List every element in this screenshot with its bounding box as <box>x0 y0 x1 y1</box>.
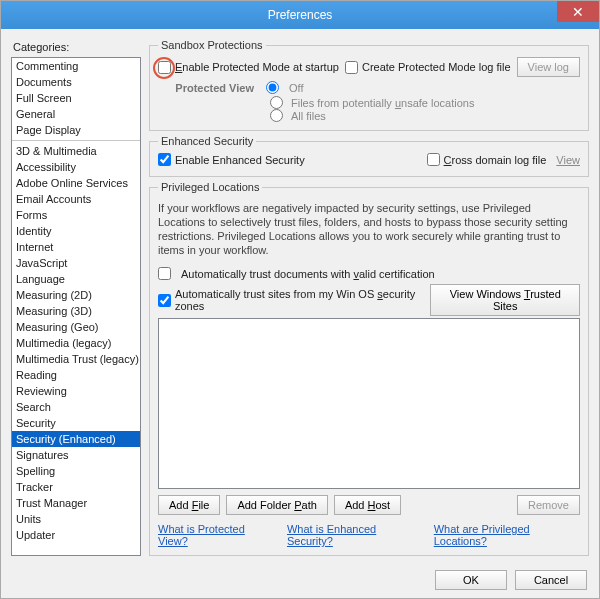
categories-listbox[interactable]: CommentingDocumentsFull ScreenGeneralPag… <box>11 57 141 556</box>
cross-log-label: Cross domain log file <box>444 154 547 166</box>
close-button[interactable]: ✕ <box>557 1 599 22</box>
locations-listbox[interactable] <box>158 318 580 489</box>
link-privileged-locations[interactable]: What are Privileged Locations? <box>434 523 580 547</box>
link-enhanced-security[interactable]: What is Enhanced Security? <box>287 523 420 547</box>
ok-button[interactable]: OK <box>435 570 507 590</box>
cross-log-checkbox[interactable] <box>427 153 440 166</box>
category-item[interactable]: General <box>12 106 140 122</box>
category-item[interactable]: Accessibility <box>12 159 140 175</box>
trust-valid-label: Automatically trust documents with valid… <box>181 268 435 280</box>
category-item[interactable]: 3D & Multimedia <box>12 143 140 159</box>
category-item[interactable]: Reading <box>12 367 140 383</box>
category-item[interactable]: Multimedia Trust (legacy) <box>12 351 140 367</box>
category-item[interactable]: Measuring (2D) <box>12 287 140 303</box>
view-log-button[interactable]: View log <box>517 57 580 77</box>
enable-protected-checkbox[interactable] <box>158 61 171 74</box>
view-link[interactable]: View <box>556 154 580 166</box>
category-item[interactable]: Adobe Online Services <box>12 175 140 191</box>
pv-unsafe-radio[interactable] <box>270 96 283 109</box>
category-item[interactable]: Multimedia (legacy) <box>12 335 140 351</box>
category-item[interactable]: Identity <box>12 223 140 239</box>
view-trusted-button[interactable]: View Windows Trusted Sites <box>430 284 580 316</box>
sandbox-group: Sandbox Protections Enable Protected Mod… <box>149 39 589 131</box>
protected-view-label: Protected View <box>158 82 254 94</box>
pv-all-label: All files <box>291 110 326 122</box>
category-item[interactable]: Search <box>12 399 140 415</box>
category-item[interactable]: Full Screen <box>12 90 140 106</box>
sandbox-legend: Sandbox Protections <box>158 39 266 51</box>
pv-all-radio[interactable] <box>270 109 283 122</box>
category-separator <box>12 140 140 141</box>
dialog-buttons: OK Cancel <box>1 562 599 598</box>
category-item[interactable]: Security (Enhanced) <box>12 431 140 447</box>
category-item[interactable]: Signatures <box>12 447 140 463</box>
cancel-button[interactable]: Cancel <box>515 570 587 590</box>
link-protected-view[interactable]: What is Protected View? <box>158 523 273 547</box>
remove-button[interactable]: Remove <box>517 495 580 515</box>
category-item[interactable]: Updater <box>12 527 140 543</box>
trust-os-checkbox[interactable] <box>158 294 171 307</box>
enable-enhanced-checkbox[interactable] <box>158 153 171 166</box>
category-item[interactable]: Measuring (Geo) <box>12 319 140 335</box>
enhanced-legend: Enhanced Security <box>158 135 256 147</box>
category-item[interactable]: Reviewing <box>12 383 140 399</box>
create-log-label: Create Protected Mode log file <box>362 61 511 73</box>
add-file-button[interactable]: Add File <box>158 495 220 515</box>
privileged-desc: If your workflows are negatively impacte… <box>158 201 580 257</box>
category-item[interactable]: Page Display <box>12 122 140 138</box>
category-item[interactable]: Email Accounts <box>12 191 140 207</box>
add-folder-button[interactable]: Add Folder Path <box>226 495 328 515</box>
category-item[interactable]: Forms <box>12 207 140 223</box>
trust-valid-checkbox[interactable] <box>158 267 171 280</box>
enable-enhanced-label: Enable Enhanced Security <box>175 154 305 166</box>
pv-unsafe-label: Files from potentially unsafe locations <box>291 97 474 109</box>
privileged-group: Privileged Locations If your workflows a… <box>149 181 589 556</box>
category-item[interactable]: Language <box>12 271 140 287</box>
category-item[interactable]: Spelling <box>12 463 140 479</box>
trust-os-label: Automatically trust sites from my Win OS… <box>175 288 424 312</box>
category-item[interactable]: Measuring (3D) <box>12 303 140 319</box>
add-host-button[interactable]: Add Host <box>334 495 401 515</box>
privileged-legend: Privileged Locations <box>158 181 262 193</box>
category-item[interactable]: Documents <box>12 74 140 90</box>
window-title: Preferences <box>1 8 599 22</box>
category-item[interactable]: Internet <box>12 239 140 255</box>
category-item[interactable]: Tracker <box>12 479 140 495</box>
enable-protected-label: Enable Protected Mode at startup <box>175 61 339 73</box>
category-item[interactable]: Trust Manager <box>12 495 140 511</box>
category-item[interactable]: Security <box>12 415 140 431</box>
pv-off-label: Off <box>289 82 303 94</box>
categories-label: Categories: <box>13 41 141 53</box>
category-item[interactable]: Units <box>12 511 140 527</box>
category-item[interactable]: JavaScript <box>12 255 140 271</box>
titlebar: Preferences ✕ <box>1 1 599 29</box>
enhanced-group: Enhanced Security Enable Enhanced Securi… <box>149 135 589 177</box>
create-log-checkbox[interactable] <box>345 61 358 74</box>
category-item[interactable]: Commenting <box>12 58 140 74</box>
close-icon: ✕ <box>572 4 584 20</box>
pv-off-radio[interactable] <box>266 81 279 94</box>
